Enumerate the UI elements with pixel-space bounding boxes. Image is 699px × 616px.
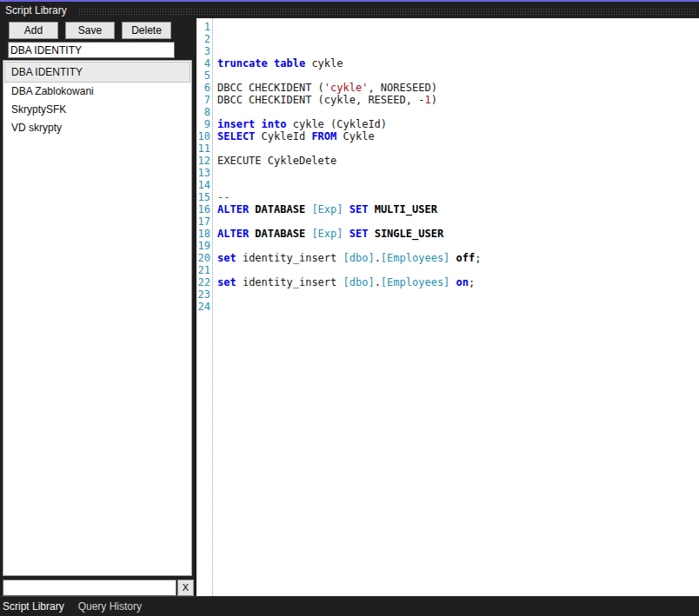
line-number: 20 <box>196 252 210 264</box>
list-item[interactable]: VD skrypty <box>4 119 190 137</box>
code-line <box>217 106 699 118</box>
code-line <box>217 21 699 33</box>
line-number: 9 <box>196 118 210 130</box>
line-number: 4 <box>196 57 210 70</box>
line-number: 5 <box>196 70 210 82</box>
list-item[interactable]: DBA Zablokowani <box>4 83 190 101</box>
code-line <box>217 70 699 82</box>
line-number: 12 <box>196 155 210 167</box>
delete-button[interactable]: Delete <box>122 22 171 39</box>
line-number: 14 <box>196 179 210 191</box>
line-number: 11 <box>196 142 210 155</box>
code-line: DBCC CHECKIDENT (cykle, RESEED, -1) <box>217 94 699 106</box>
line-number: 6 <box>196 82 210 94</box>
filter-row: X <box>3 580 195 596</box>
code-line: ALTER DATABASE [Exp] SET SINGLE_USER <box>217 228 699 240</box>
script-name-input[interactable] <box>8 42 175 58</box>
tab-query-history[interactable]: Query History <box>71 600 149 613</box>
clear-filter-button[interactable]: X <box>177 580 194 596</box>
line-number: 15 <box>196 191 210 203</box>
line-number: 7 <box>196 94 210 106</box>
code-line: truncate table cykle <box>217 57 699 70</box>
filter-input[interactable] <box>3 580 176 596</box>
line-number: 3 <box>196 45 210 57</box>
drag-grip-texture <box>78 8 696 16</box>
title-bar[interactable]: Script Library <box>0 0 699 18</box>
line-number: 13 <box>196 167 210 179</box>
code-line: set identity_insert [dbo].[Employees] on… <box>217 276 699 288</box>
code-line <box>217 167 699 179</box>
line-number: 10 <box>196 130 210 142</box>
left-panel: AddSaveDelete DBA IDENTITYDBA Zablokowan… <box>0 18 196 596</box>
code-line: set identity_insert [dbo].[Employees] of… <box>217 252 699 264</box>
code-line <box>217 142 699 155</box>
code-line <box>217 264 699 276</box>
list-item[interactable]: SkryptySFK <box>4 101 190 119</box>
code-line <box>217 240 699 252</box>
tab-script-library[interactable]: Script Library <box>0 600 71 613</box>
code-line <box>217 288 699 301</box>
line-number: 23 <box>196 288 210 301</box>
script-list[interactable]: DBA IDENTITYDBA ZablokowaniSkryptySFKVD … <box>3 60 192 576</box>
line-number: 24 <box>196 301 210 313</box>
line-number-gutter: 123456789101112131415161718192021222324 <box>196 18 213 596</box>
line-number: 19 <box>196 240 210 252</box>
code-line: insert into cykle (CykleId) <box>217 118 699 130</box>
line-number: 2 <box>196 33 210 45</box>
code-line: ALTER DATABASE [Exp] SET MULTI_USER <box>217 203 699 215</box>
code-line <box>217 45 699 57</box>
script-library-window: Script Library AddSaveDelete DBA IDENTIT… <box>0 0 699 616</box>
code-line: SELECT CykleId FROM Cykle <box>217 130 699 142</box>
code-line: -- <box>217 191 699 203</box>
code-line <box>217 301 699 313</box>
code-line <box>217 33 699 45</box>
window-title: Script Library <box>5 3 67 18</box>
save-button[interactable]: Save <box>65 22 115 39</box>
line-number: 8 <box>196 106 210 118</box>
code-line <box>217 215 699 228</box>
line-number: 16 <box>196 203 210 215</box>
bottom-tab-bar: Script LibraryQuery History <box>0 596 699 616</box>
code-line <box>217 179 699 191</box>
sql-editor[interactable]: 123456789101112131415161718192021222324 … <box>196 18 699 596</box>
code-line: EXECUTE CykleDelete <box>217 155 699 167</box>
line-number: 21 <box>196 264 210 276</box>
line-number: 1 <box>196 21 210 33</box>
toolbar: AddSaveDelete <box>9 22 171 39</box>
list-item[interactable]: DBA IDENTITY <box>4 62 190 83</box>
code-line: DBCC CHECKIDENT ('cykle', NORESEED) <box>217 82 699 94</box>
line-number: 22 <box>196 276 210 288</box>
line-number: 18 <box>196 228 210 240</box>
line-number: 17 <box>196 215 210 228</box>
add-button[interactable]: Add <box>9 22 58 39</box>
code-area[interactable]: truncate table cykle DBCC CHECKIDENT ('c… <box>213 18 699 596</box>
